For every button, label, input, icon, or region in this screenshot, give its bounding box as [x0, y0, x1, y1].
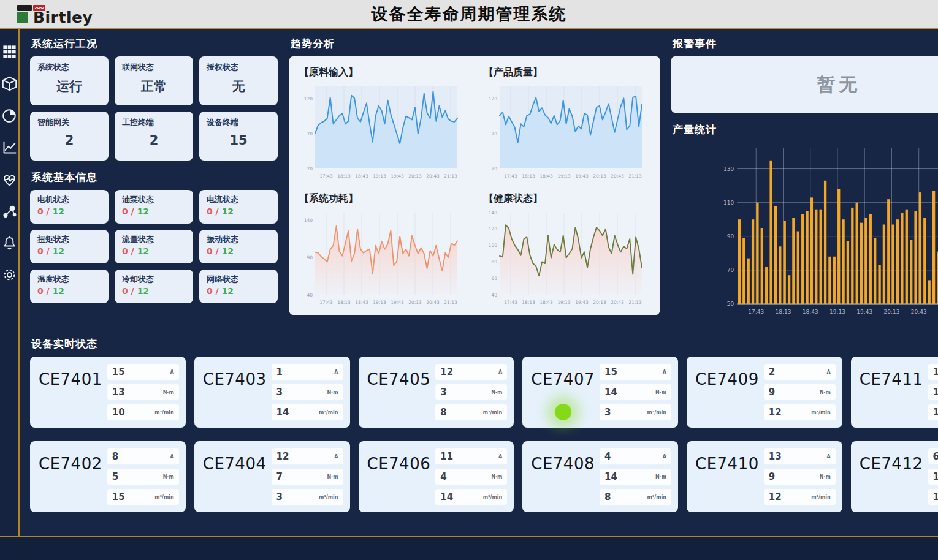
device-card[interactable]: CE74126A15N·m10m³/min	[851, 441, 938, 512]
svg-text:17:43: 17:43	[319, 300, 333, 305]
device-name: CE7402	[39, 455, 102, 506]
alarm-title: 报警事件	[673, 37, 717, 51]
metric-row: 10A	[928, 364, 938, 380]
metric-value: 15	[604, 366, 617, 377]
status-card[interactable]: 设备终端15	[199, 112, 278, 161]
info-card[interactable]: 温度状态0 / 12	[30, 270, 109, 303]
alarm-empty-state: 暂无	[671, 56, 938, 113]
metric-row: 3N·m	[435, 384, 507, 400]
info-card[interactable]: 电流状态0 / 12	[199, 190, 278, 224]
alarm-count: 0	[207, 206, 213, 216]
total-count: 12	[53, 206, 64, 216]
count-separator: /	[128, 246, 137, 256]
device-card[interactable]: CE741013A9N·m12m³/min	[687, 441, 842, 512]
metric-unit: m³/min	[483, 410, 503, 415]
app-header: Birtley 设备全寿命周期管理系统	[0, 0, 938, 29]
svg-text:19:13: 19:13	[373, 300, 386, 305]
svg-text:20:13: 20:13	[593, 173, 606, 179]
metric-value: 2	[769, 366, 775, 377]
status-card-value: 无	[207, 78, 270, 95]
health-pulse-icon[interactable]	[0, 170, 18, 188]
info-card-value: 0 / 12	[37, 246, 101, 256]
metric-unit: m³/min	[647, 410, 666, 415]
device-card[interactable]: CE74084A14N·m8m³/min	[522, 441, 678, 512]
info-card[interactable]: 振动状态0 / 12	[199, 230, 278, 263]
device-card[interactable]: CE741110A15N·m11m³/min	[851, 357, 938, 428]
device-metrics: 11A4N·m14m³/min	[435, 448, 507, 506]
molecule-icon[interactable]	[0, 202, 18, 220]
metric-value: 10	[112, 407, 125, 418]
trend-block-title: 【系统功耗】	[299, 192, 467, 205]
metric-unit: N·m	[163, 474, 174, 480]
svg-text:20:43: 20:43	[426, 300, 440, 305]
info-card[interactable]: 网络状态0 / 12	[199, 270, 278, 303]
svg-text:130: 130	[723, 166, 734, 172]
svg-text:19:13: 19:13	[829, 309, 845, 315]
info-card[interactable]: 电机状态0 / 12	[30, 190, 109, 224]
device-card[interactable]: CE740611A4N·m14m³/min	[359, 441, 514, 512]
device-metrics: 13A9N·m12m³/min	[764, 448, 836, 506]
trend-block-power: 【系统功耗】 17:4318:1318:4319:1319:4320:1320:…	[298, 189, 467, 312]
info-card-label: 流量状态	[122, 234, 186, 245]
info-card[interactable]: 流量状态0 / 12	[115, 230, 193, 263]
metric-unit: m³/min	[811, 494, 831, 500]
pie-chart-icon[interactable]	[0, 106, 18, 124]
svg-text:21:13: 21:13	[628, 173, 642, 179]
status-card[interactable]: 系统状态运行	[30, 56, 109, 105]
svg-text:18:43: 18:43	[540, 300, 553, 305]
svg-text:18:13: 18:13	[337, 300, 351, 305]
status-card[interactable]: 授权状态无	[199, 56, 278, 105]
svg-text:20:13: 20:13	[884, 309, 900, 315]
metric-value: 7	[276, 471, 283, 482]
status-card[interactable]: 工控终端2	[115, 112, 193, 161]
count-separator: /	[44, 246, 53, 256]
device-metrics: 15A13N·m10m³/min	[107, 364, 179, 422]
svg-text:70: 70	[727, 267, 734, 273]
device-card[interactable]: CE74031A3N·m14m³/min	[194, 357, 350, 428]
metric-row: 10m³/min	[107, 404, 179, 420]
metric-value: 12	[276, 451, 289, 462]
info-card[interactable]: 油泵状态0 / 12	[115, 190, 193, 224]
device-card[interactable]: CE74028A5N·m15m³/min	[30, 441, 186, 512]
status-card-value: 正常	[122, 78, 186, 95]
svg-text:50: 50	[727, 301, 734, 307]
metric-value: 13	[112, 387, 125, 398]
info-card[interactable]: 扭矩状态0 / 12	[30, 230, 109, 263]
count-separator: /	[128, 206, 137, 216]
device-name: CE7406	[367, 455, 431, 506]
svg-text:120: 120	[489, 96, 498, 102]
count-separator: /	[213, 206, 222, 216]
material-input-chart: 17:4318:1318:4319:1319:4320:1320:4321:13…	[298, 79, 462, 182]
alarm-count: 0	[122, 206, 128, 216]
line-chart-icon[interactable]	[0, 138, 18, 156]
svg-text:100: 100	[489, 243, 498, 248]
info-card-label: 油泵状态	[122, 194, 186, 205]
trend-block-title: 【原料输入】	[299, 66, 467, 79]
device-card[interactable]: CE74092A9N·m12m³/min	[687, 357, 842, 428]
cube-icon[interactable]	[0, 74, 18, 93]
grid-menu-icon[interactable]	[0, 42, 18, 61]
svg-text:18:13: 18:13	[522, 300, 535, 305]
svg-text:20:43: 20:43	[611, 300, 624, 305]
metric-value: 4	[440, 471, 446, 482]
status-card[interactable]: 智能网关2	[30, 112, 109, 161]
status-card[interactable]: 联网状态正常	[115, 56, 193, 105]
metric-row: 7N·m	[272, 469, 343, 485]
info-card-value: 0 / 12	[207, 206, 270, 216]
bell-icon[interactable]	[0, 233, 18, 252]
gear-icon[interactable]	[0, 265, 18, 284]
device-card[interactable]: CE740412A7N·m3m³/min	[194, 441, 350, 512]
metric-row: 14m³/min	[272, 404, 343, 420]
device-card[interactable]: CE740512A3N·m8m³/min	[359, 357, 514, 428]
total-count: 12	[222, 206, 234, 216]
device-card[interactable]: CE740715A14N·m3m³/min	[522, 357, 678, 428]
metric-value: 11	[933, 407, 938, 418]
metric-value: 1	[276, 366, 283, 377]
system-info-grid: 电机状态0 / 12油泵状态0 / 12电流状态0 / 12扭矩状态0 / 12…	[30, 190, 278, 303]
metric-row: 14m³/min	[435, 489, 507, 505]
system-run-grid: 系统状态运行联网状态正常授权状态无智能网关2工控终端2设备终端15	[30, 56, 278, 161]
device-card[interactable]: CE740115A13N·m10m³/min	[30, 357, 186, 428]
svg-text:40: 40	[491, 292, 497, 298]
metric-unit: N·m	[820, 474, 831, 480]
info-card[interactable]: 冷却状态0 / 12	[115, 270, 193, 303]
